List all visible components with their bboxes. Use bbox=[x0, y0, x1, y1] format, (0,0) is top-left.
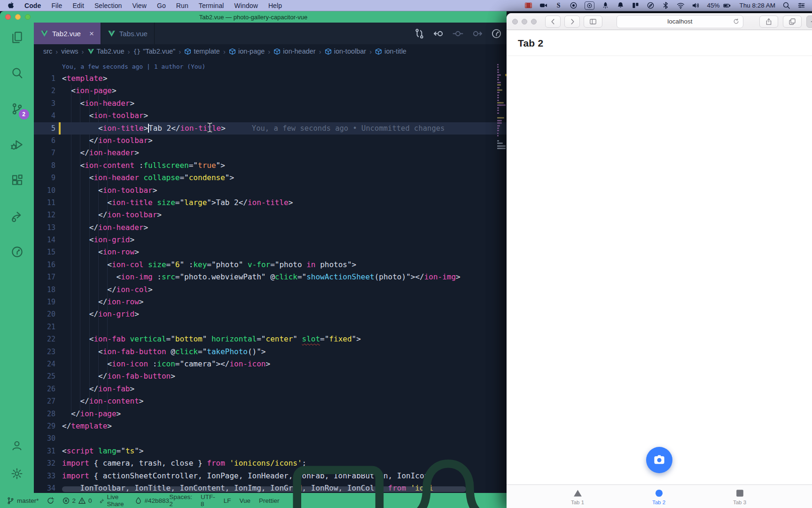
code-line-29[interactable]: 29</template> bbox=[34, 420, 507, 432]
share-button[interactable] bbox=[759, 16, 778, 28]
menu-help[interactable]: Help bbox=[263, 2, 287, 9]
code-line-6[interactable]: 6 </ion-toolbar> bbox=[34, 135, 507, 147]
status-lf[interactable]: LF bbox=[224, 497, 231, 504]
breadcrumb-item[interactable]: views bbox=[61, 48, 78, 55]
code-line-3[interactable]: 3 <ion-header> bbox=[34, 97, 507, 110]
next-change-icon[interactable] bbox=[472, 28, 483, 39]
spotlight-search-icon[interactable] bbox=[782, 1, 790, 9]
history-icon[interactable] bbox=[491, 28, 502, 39]
activity-run-debug-icon[interactable] bbox=[11, 138, 23, 174]
minimize-window-button[interactable] bbox=[522, 19, 527, 24]
menu-run[interactable]: Run bbox=[171, 2, 194, 9]
video-camera-icon[interactable] bbox=[539, 1, 547, 9]
activity-source-control-icon[interactable]: 2 bbox=[11, 103, 23, 138]
menu-go[interactable]: Go bbox=[152, 2, 171, 9]
code-line-1[interactable]: 1<template> bbox=[34, 72, 507, 85]
volume-icon[interactable] bbox=[692, 1, 700, 9]
back-button[interactable] bbox=[545, 16, 561, 28]
code-line-2[interactable]: 2 <ion-page> bbox=[34, 85, 507, 97]
activity-explorer-icon[interactable] bbox=[11, 31, 23, 67]
film-icon[interactable] bbox=[524, 1, 532, 9]
sidebar-button[interactable] bbox=[584, 16, 602, 28]
code-line-15[interactable]: 15 <ion-row> bbox=[34, 246, 507, 258]
status-spaces-2[interactable]: Spaces: 2 bbox=[169, 493, 192, 508]
activity-account-icon[interactable] bbox=[11, 439, 23, 453]
code-line-17[interactable]: 17 <ion-img :src="photo.webviewPath" @cl… bbox=[34, 271, 507, 283]
code-line-20[interactable]: 20 </ion-grid> bbox=[34, 308, 507, 320]
menu-edit[interactable]: Edit bbox=[67, 2, 89, 9]
notifications-bell-icon[interactable] bbox=[398, 450, 499, 508]
new-tab-button[interactable] bbox=[806, 16, 812, 28]
code-line-16[interactable]: 16 <ion-col size="6" :key="photo" v-for=… bbox=[34, 259, 507, 271]
breadcrumb-item[interactable]: ion-page bbox=[229, 48, 265, 55]
close-tab-icon[interactable]: × bbox=[89, 30, 94, 38]
activity-search-icon[interactable] bbox=[11, 67, 23, 103]
screen-record-icon[interactable] bbox=[585, 1, 594, 10]
activity-history-icon[interactable] bbox=[11, 246, 23, 281]
screen-share-icon[interactable] bbox=[288, 450, 389, 508]
breadcrumb-item[interactable]: ion-title bbox=[375, 48, 406, 55]
rocket-icon[interactable] bbox=[601, 1, 609, 9]
code-line-24[interactable]: 24 <ion-icon :icon="camera"></ion-icon> bbox=[34, 358, 507, 370]
tab-button-tab-2[interactable]: Tab 2 bbox=[640, 485, 678, 508]
menu-view[interactable]: View bbox=[127, 2, 152, 9]
menu-clock[interactable]: Thu 8:28 AM bbox=[739, 2, 775, 9]
menu-selection[interactable]: Selection bbox=[89, 2, 127, 9]
minimap[interactable] bbox=[496, 61, 507, 493]
tab-overview-button[interactable] bbox=[783, 16, 802, 28]
activity-extensions-icon[interactable] bbox=[11, 174, 23, 210]
shush-icon[interactable]: S bbox=[554, 1, 562, 9]
zoom-window-button[interactable] bbox=[531, 19, 537, 24]
menu-file[interactable]: File bbox=[46, 2, 67, 9]
activity-live-share-icon[interactable] bbox=[11, 210, 23, 246]
forward-button[interactable] bbox=[564, 16, 580, 28]
code-line-5[interactable]: 5 <ion-title>Tab 2</ion-title>You, a few… bbox=[34, 122, 507, 135]
code-line-23[interactable]: 23 <ion-fab-button @click="takePhoto()"> bbox=[34, 346, 507, 358]
bluetooth-icon[interactable] bbox=[662, 1, 670, 9]
code-line-19[interactable]: 19 </ion-row> bbox=[34, 296, 507, 308]
editor-tab-tabs.vue[interactable]: Tabs.vue bbox=[101, 23, 155, 44]
tab-button-tab-1[interactable]: Tab 1 bbox=[559, 485, 596, 508]
code-line-9[interactable]: 9 <ion-header collapse="condense"> bbox=[34, 172, 507, 184]
code-line-14[interactable]: 14 <ion-grid> bbox=[34, 234, 507, 246]
status-prettier[interactable]: Prettier bbox=[259, 497, 280, 504]
code-line-13[interactable]: 13 </ion-header> bbox=[34, 222, 507, 234]
vscode-title-bar[interactable]: Tab2.vue — photo-gallery-capacitor-vue bbox=[0, 11, 507, 23]
code-line-21[interactable]: 21 bbox=[34, 321, 507, 333]
refresh-icon[interactable] bbox=[733, 18, 740, 25]
breadcrumb-item[interactable]: Tab2.vue bbox=[87, 48, 125, 55]
sync-button[interactable] bbox=[47, 497, 55, 505]
close-window-button[interactable] bbox=[512, 19, 518, 24]
breadcrumb-item[interactable]: ion-header bbox=[273, 48, 315, 55]
battery-indicator[interactable]: 45% bbox=[707, 2, 732, 9]
compare-changes-icon[interactable] bbox=[414, 28, 425, 39]
code-line-12[interactable]: 12 </ion-toolbar> bbox=[34, 209, 507, 221]
menu-code[interactable]: Code bbox=[19, 2, 46, 9]
code-line-18[interactable]: 18 </ion-col> bbox=[34, 284, 507, 296]
code-line-25[interactable]: 25 </ion-fab-button> bbox=[34, 370, 507, 382]
code-line-10[interactable]: 10 <ion-toolbar> bbox=[34, 184, 507, 197]
branch-indicator[interactable]: master* bbox=[7, 497, 39, 505]
control-center-icon[interactable] bbox=[797, 1, 805, 9]
previous-change-icon[interactable] bbox=[433, 28, 444, 39]
current-change-icon[interactable] bbox=[453, 28, 463, 39]
code-line-7[interactable]: 7 </ion-header> bbox=[34, 147, 507, 159]
code-line-22[interactable]: 22 <ion-fab vertical="bottom" horizontal… bbox=[34, 333, 507, 345]
menu-terminal[interactable]: Terminal bbox=[194, 2, 229, 9]
code-editor[interactable]: You, a few seconds ago | 1 author (You) … bbox=[34, 58, 507, 493]
take-photo-fab-button[interactable] bbox=[646, 447, 672, 473]
code-line-4[interactable]: 4 <ion-toolbar> bbox=[34, 110, 507, 122]
window-manager-icon[interactable] bbox=[632, 1, 640, 9]
code-line-26[interactable]: 26 </ion-fab> bbox=[34, 383, 507, 395]
menu-window[interactable]: Window bbox=[229, 2, 263, 9]
apple-icon[interactable] bbox=[7, 1, 15, 9]
breadcrumb-item[interactable]: ion-toolbar bbox=[325, 48, 367, 55]
code-line-28[interactable]: 28 </ion-page> bbox=[34, 408, 507, 420]
code-line-8[interactable]: 8 <ion-content :fullscreen="true"> bbox=[34, 159, 507, 172]
live-share-button[interactable]: Live Share bbox=[100, 493, 127, 508]
wifi-icon[interactable] bbox=[677, 1, 685, 9]
compass-icon[interactable] bbox=[647, 1, 655, 9]
address-bar[interactable]: localhost bbox=[617, 15, 743, 28]
code-line-30[interactable]: 30 bbox=[34, 432, 507, 444]
breadcrumb-item[interactable]: src bbox=[43, 48, 52, 55]
